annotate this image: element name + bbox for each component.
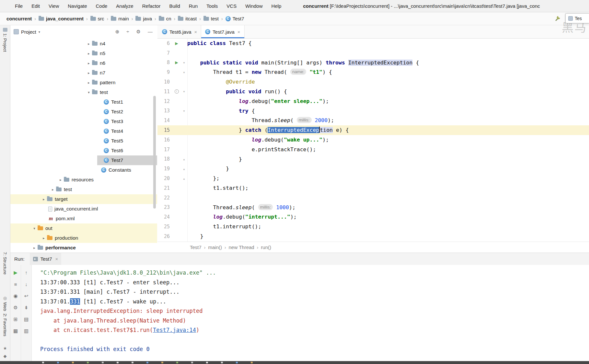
chevron-right-icon[interactable]: ▸ [86, 71, 92, 75]
gutter-line-number[interactable]: 19 [157, 166, 172, 172]
fold-marker[interactable]: ▾ [181, 61, 187, 64]
restore-layout-icon[interactable]: ⊞ [12, 316, 19, 322]
sidebar-item-web[interactable]: ◎ Web [0, 296, 10, 311]
tree-item-pom.xml[interactable]: mpom.xml [10, 214, 157, 223]
gutter-line-number[interactable]: 7 [157, 50, 172, 56]
scroll-end-icon[interactable]: ⇟ [23, 304, 29, 311]
stacktrace-link[interactable]: Test7.java:14 [153, 327, 196, 333]
chevron-right-icon[interactable]: ▸ [86, 51, 92, 56]
menu-build[interactable]: Build [169, 3, 180, 9]
breadcrumb-item-Test7[interactable]: CTest7 [225, 16, 244, 21]
menu-code[interactable]: Code [96, 3, 107, 9]
menu-run[interactable]: Run [189, 3, 198, 9]
close-icon[interactable]: × [237, 29, 240, 35]
breadcrumb-item-cn[interactable]: cn [159, 16, 171, 21]
menu-file[interactable]: File [15, 3, 23, 9]
editor-breadcrumb-main[interactable]: main() [208, 245, 222, 250]
fold-marker[interactable]: ▾ [181, 109, 187, 113]
gutter-line-number[interactable]: 8 [157, 60, 172, 65]
code-line-10[interactable]: 10 @Override [157, 77, 589, 87]
settings-icon[interactable]: ⚙ [136, 29, 141, 35]
breadcrumb-item-src[interactable]: src [90, 16, 104, 21]
menu-edit[interactable]: Edit [31, 3, 40, 9]
run-console[interactable]: "C:\Program Files\Java\jdk1.8.0_212\bin\… [32, 265, 589, 361]
tree-item-performance[interactable]: ▸performance [10, 243, 157, 253]
chevron-right-icon[interactable]: ▸ [86, 81, 92, 85]
gutter-line-number[interactable]: 24 [157, 214, 172, 220]
floating-window[interactable]: Tes [565, 13, 589, 23]
menu-vcs[interactable]: VCS [226, 3, 237, 9]
run-gutter-icon[interactable]: ▶ [175, 41, 178, 46]
code-line-7[interactable]: 7 [157, 48, 589, 58]
gutter-line-number[interactable]: 25 [157, 224, 172, 230]
breadcrumb-item-java_concurrent[interactable]: java_concurrent [39, 16, 84, 21]
tree-item-n5[interactable]: ▸n5 [10, 49, 157, 58]
tab-Test6.java[interactable]: CTest6.java× [158, 25, 201, 38]
breadcrumb-item-concurrent[interactable]: concurrent [6, 16, 32, 21]
pin-icon[interactable]: ◆ [0, 354, 10, 358]
hide-icon[interactable]: — [148, 29, 153, 35]
fold-marker[interactable]: ▾ [181, 90, 187, 93]
chevron-right-icon[interactable]: ▸ [40, 236, 47, 240]
tree-item-pattern[interactable]: ▸pattern [10, 78, 157, 87]
code-line-24[interactable]: 24 log.debug("interrupt..."); [157, 212, 589, 222]
gutter-line-number[interactable]: 17 [157, 147, 172, 153]
editor-breadcrumb-run[interactable]: run() [261, 245, 271, 250]
chevron-right-icon[interactable]: ▸ [86, 61, 92, 65]
code-line-21[interactable]: 21 t1.start(); [157, 183, 589, 193]
code-line-16[interactable]: 16 log.debug("wake up..."); [157, 135, 589, 145]
tree-item-java_concurrent.iml[interactable]: java_concurrent.iml [10, 204, 157, 214]
menu-refactor[interactable]: Refactor [142, 3, 161, 9]
menu-tools[interactable]: Tools [206, 3, 218, 9]
stop-button[interactable]: ■ [12, 281, 19, 287]
code-line-12[interactable]: 12 log.debug("enter sleep..."); [157, 97, 589, 106]
gutter-line-number[interactable]: 20 [157, 176, 172, 181]
tree-item-Test1[interactable]: CTest1 [10, 97, 157, 107]
tree-item-Test4[interactable]: CTest4 [10, 126, 157, 136]
fold-marker[interactable]: ▴ [181, 167, 187, 171]
code-line-23[interactable]: 23 Thread.sleep( millis: 1000); [157, 203, 589, 212]
code-line-25[interactable]: 25 t1.interrupt(); [157, 222, 589, 232]
breadcrumb-item-itcast[interactable]: itcast [178, 16, 197, 21]
gutter-line-number[interactable]: 26 [157, 233, 172, 239]
down-stack-icon[interactable]: ↓ [23, 281, 29, 287]
code-line-22[interactable]: 22 [157, 193, 589, 203]
tree-item-Test6[interactable]: CTest6 [10, 146, 157, 155]
chevron-down-icon[interactable]: ▾ [39, 30, 40, 34]
code-line-15[interactable]: 15 } catch (InterruptedException e) { [157, 125, 589, 135]
run-gutter-icon[interactable]: ▶ [175, 60, 178, 65]
sidebar-item-structure[interactable]: 7: Structure [0, 252, 10, 275]
breadcrumb-item-test[interactable]: test [203, 16, 219, 21]
code-line-9[interactable]: 9▾ Thread t1 = new Thread( name: "t1") { [157, 67, 589, 77]
gutter-line-number[interactable]: 15 [157, 127, 172, 133]
star-icon[interactable]: ★ [0, 346, 10, 351]
gutter-line-number[interactable]: 23 [157, 204, 172, 210]
code-line-11[interactable]: 11↑▾ public void run() { [157, 87, 589, 97]
chevron-right-icon[interactable]: ▸ [40, 197, 47, 201]
rerun-button[interactable]: ▶ [12, 269, 19, 276]
sidebar-item-favorites[interactable]: 2: Favorites [0, 313, 10, 336]
soft-wrap-icon[interactable]: ↩ [23, 293, 29, 299]
up-stack-icon[interactable]: ↑ [23, 269, 29, 276]
code-line-14[interactable]: 14 Thread.sleep( millis: 2000); [157, 116, 589, 125]
chevron-right-icon[interactable]: ▸ [50, 188, 56, 192]
editor-breadcrumb-Test7[interactable]: Test7 [190, 245, 202, 250]
project-panel-title[interactable]: Project [21, 29, 36, 35]
gutter-line-number[interactable]: 11 [157, 89, 172, 95]
sidebar-item-project[interactable]: 1: Project [0, 28, 10, 52]
menu-window[interactable]: Window [245, 3, 262, 9]
tree-item-Test2[interactable]: CTest2 [10, 107, 157, 117]
tree-item-n4[interactable]: ▸n4 [10, 39, 157, 49]
chevron-right-icon[interactable]: ▸ [86, 42, 92, 46]
tree-item-n6[interactable]: ▸n6 [10, 58, 157, 68]
tab-Test7.java[interactable]: CTest7.java× [201, 25, 244, 38]
settings-icon[interactable]: ⚙ [12, 304, 19, 311]
fold-marker[interactable]: ▴ [181, 157, 187, 161]
menu-view[interactable]: View [49, 3, 59, 9]
clear-icon[interactable]: ▥ [23, 328, 29, 334]
locate-icon[interactable]: ⊕ [115, 29, 120, 35]
gutter-line-number[interactable]: 21 [157, 185, 172, 191]
chevron-down-icon[interactable]: ▾ [86, 90, 92, 95]
print-icon[interactable]: ▤ [23, 316, 29, 322]
tree-item-Constants[interactable]: CConstants [10, 165, 157, 175]
